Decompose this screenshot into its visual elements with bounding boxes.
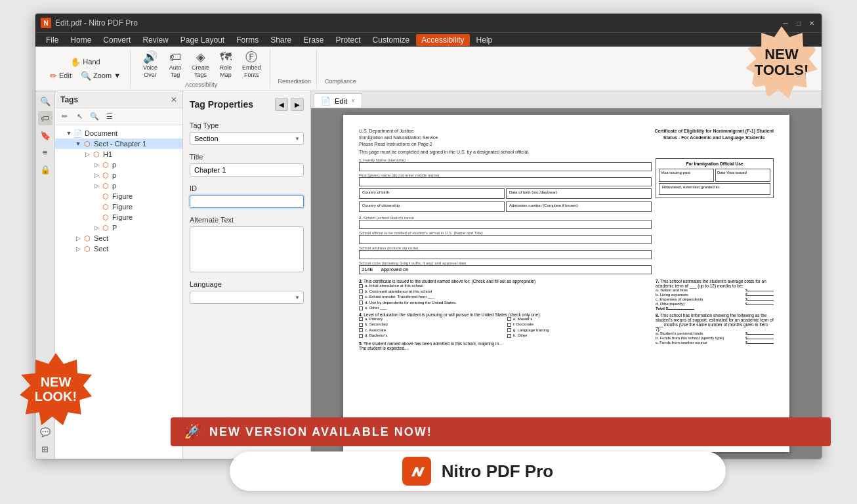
role-map-button[interactable]: 🗺 RoleMap	[214, 49, 238, 81]
edit-button[interactable]: ✏ Edit	[46, 70, 75, 82]
pdf-s4-primary: a. Primary	[359, 317, 503, 322]
tree-expand-p3[interactable]: ▷	[92, 181, 101, 190]
title-bar-left: N Edit.pdf - Nitro PDF Pro	[41, 18, 138, 28]
tree-item-fig2[interactable]: ▷ ⬡ Figure	[55, 201, 182, 212]
pdf-s1-birth-date: Date of birth (mo./day/year)	[506, 188, 652, 199]
tree-expand-p2[interactable]: ▷	[92, 171, 101, 180]
accessibility-buttons: 🔊 VoiceOver 🏷 AutoTag ◈ CreateTags 🗺 Rol…	[138, 49, 264, 81]
pdf-s7-b: b. Living expenses$	[656, 293, 774, 297]
tree-item-sect3[interactable]: ▷ ⬡ Sect	[55, 243, 182, 254]
sidebar-search-icon[interactable]: 🔍	[38, 94, 52, 108]
zoom-button[interactable]: 🔍 Zoom ▼	[77, 70, 125, 82]
menu-page-layout[interactable]: Page Layout	[175, 34, 230, 46]
tags-find-button[interactable]: 🔍	[88, 111, 101, 123]
title-input[interactable]	[190, 163, 304, 177]
pdf-lower-grid: 3. This certificate is issued to the stu…	[359, 279, 774, 350]
tree-label-sect3: Sect	[94, 245, 108, 253]
sidebar-tags-icon[interactable]: 🏷	[38, 111, 52, 125]
toolbar-group-remediation: Remediation	[273, 49, 318, 89]
menu-home[interactable]: Home	[65, 34, 96, 46]
pdf-s3-c: c. School transfer. Transferred from ___	[359, 295, 652, 299]
tree-item-sect2[interactable]: ▷ ⬡ Sect	[55, 233, 182, 243]
tree-item-fig3[interactable]: ▷ ⬡ Figure	[55, 212, 182, 222]
id-input[interactable]	[190, 195, 304, 208]
voice-over-label: VoiceOver	[143, 64, 157, 79]
tree-expand-document[interactable]: ▼	[64, 129, 73, 138]
embed-fonts-button[interactable]: Ⓕ EmbedFonts	[239, 49, 264, 81]
new-tools-line1: NEW	[764, 47, 798, 62]
auto-tag-button[interactable]: 🏷 AutoTag	[163, 49, 187, 81]
pdf-s1-box	[359, 162, 652, 171]
sidebar-lock-icon[interactable]: 🔒	[38, 162, 52, 177]
pdf-reinstate-label: Reinstated, extension granted to:	[662, 185, 720, 189]
tags-close-button[interactable]: ✕	[171, 95, 177, 104]
tree-item-document[interactable]: ▼ 📄 Document	[55, 128, 182, 138]
menu-convert[interactable]: Convert	[98, 34, 136, 46]
close-button[interactable]: ✕	[807, 18, 816, 28]
compliance-group-label: Compliance	[325, 78, 356, 85]
tag-props-next-button[interactable]: ▶	[291, 98, 304, 111]
pdf-header-right: Certificate of Eligibility for Nonimmigr…	[654, 128, 774, 147]
hand-tool-button[interactable]: ✋ Hand	[66, 56, 104, 68]
role-map-label: RoleMap	[220, 64, 232, 79]
pdf-content[interactable]: U.S. Department of Justice Immigration a…	[311, 108, 822, 459]
menu-accessibility[interactable]: Accessibility	[416, 34, 469, 46]
menu-protect[interactable]: Protect	[331, 34, 366, 46]
tree-item-sect-chapter1[interactable]: ▼ ⬡ Sect - Chapter 1	[55, 138, 182, 149]
pdf-s5: 5. The student named above has been admi…	[359, 341, 652, 350]
tree-expand-h1[interactable]: ▷	[83, 150, 92, 159]
pdf-s5-text2: The student is expected...	[359, 346, 652, 350]
tree-expand-sect1[interactable]: ▼	[73, 139, 83, 148]
tree-item-p2[interactable]: ▷ ⬡ p	[55, 170, 182, 180]
new-version-banner[interactable]: 🚀 NEW VERSION AVAILABLE NOW!	[171, 417, 831, 446]
pdf-area: 📄 Edit × U.S. Department of Justice Immi…	[311, 91, 822, 459]
menu-review[interactable]: Review	[137, 34, 173, 46]
window-title: Edit.pdf - Nitro PDF Pro	[55, 18, 138, 28]
tree-item-fig1[interactable]: ▷ ⬡ Figure	[55, 191, 182, 201]
role-map-icon: 🗺	[220, 51, 232, 63]
tree-expand-P[interactable]: ▷	[92, 223, 101, 232]
language-select[interactable]	[190, 291, 304, 304]
pdf-main-grid: 1. Family Name (surname) First (given) n…	[359, 158, 774, 276]
tags-cursor-button[interactable]: ↖	[73, 111, 86, 123]
tag-props-prev-button[interactable]: ◀	[275, 98, 288, 111]
pdf-tab-icon: 📄	[321, 96, 331, 106]
pdf-s4-col1: a. Primary b. Secondary c. Associate d. …	[359, 317, 503, 339]
voice-over-button[interactable]: 🔊 VoiceOver	[138, 49, 162, 81]
menu-file[interactable]: File	[41, 34, 64, 46]
tree-expand-p1[interactable]: ▷	[92, 160, 101, 169]
minimize-button[interactable]: ─	[781, 18, 790, 28]
tree-item-P[interactable]: ▷ ⬡ P	[55, 222, 182, 233]
tree-item-p1[interactable]: ▷ ⬡ p	[55, 159, 182, 170]
tag-type-select[interactable]: Section Paragraph Heading 1 Figure Table	[190, 132, 304, 145]
zoom-label: Zoom ▼	[93, 72, 121, 79]
menu-share[interactable]: Share	[265, 34, 297, 46]
pdf-s2-code-box: 214E approved on	[359, 265, 652, 274]
alt-text-textarea[interactable]	[190, 226, 304, 272]
banner-rocket-icon: 🚀	[184, 423, 201, 440]
pdf-tab-edit[interactable]: 📄 Edit ×	[314, 93, 362, 108]
maximize-button[interactable]: □	[794, 18, 803, 28]
menu-customize[interactable]: Customize	[367, 34, 415, 46]
pdf-right-box: For Immigration Official Use Visa issuin…	[656, 158, 774, 198]
sidebar-layers-icon[interactable]: ≡	[38, 145, 52, 159]
tree-expand-sect3[interactable]: ▷	[73, 244, 83, 253]
tree-item-p3[interactable]: ▷ ⬡ p	[55, 180, 182, 191]
tags-pencil-button[interactable]: ✏	[58, 111, 71, 123]
sidebar-comment-icon[interactable]: 💬	[38, 425, 52, 439]
tags-menu-button[interactable]: ☰	[103, 111, 116, 123]
menu-forms[interactable]: Forms	[231, 34, 264, 46]
language-select-wrapper	[190, 291, 304, 304]
menu-help[interactable]: Help	[471, 34, 498, 46]
create-tags-button[interactable]: ◈ CreateTags	[188, 49, 213, 81]
tree-item-h1[interactable]: ▷ ⬡ H1	[55, 149, 182, 159]
sidebar-pages-icon[interactable]: ⊞	[38, 442, 52, 456]
alt-text-label: Alternate Text	[190, 216, 304, 224]
title-bar: N Edit.pdf - Nitro PDF Pro ─ □ ✕	[35, 14, 822, 32]
tree-expand-sect2[interactable]: ▷	[73, 234, 83, 243]
menu-erase[interactable]: Erase	[298, 34, 329, 46]
create-tags-label: CreateTags	[192, 64, 209, 79]
sidebar-bookmark-icon[interactable]: 🔖	[38, 128, 52, 142]
pdf-tab-close-button[interactable]: ×	[351, 97, 355, 104]
pdf-visa-date: Date Visa issued	[715, 169, 770, 182]
